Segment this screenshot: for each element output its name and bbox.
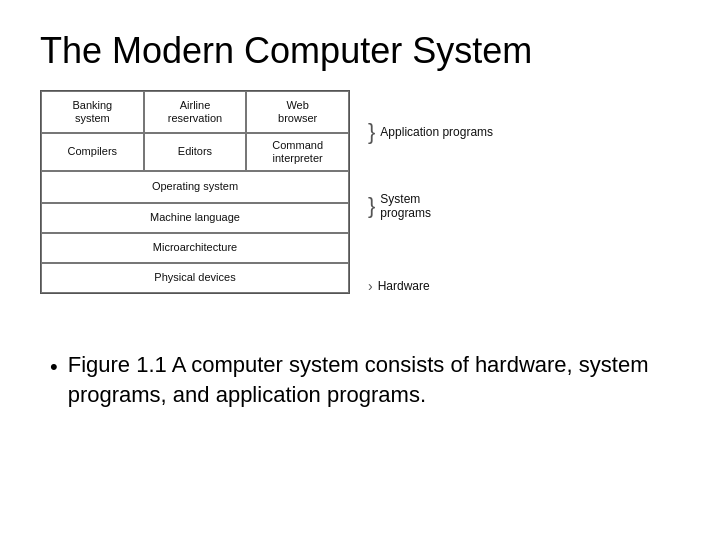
diagram-row-2: Compilers Editors Commandinterpreter bbox=[41, 133, 349, 171]
cell-os: Operating system bbox=[41, 171, 349, 203]
label-application: } Application programs bbox=[368, 92, 493, 172]
bullet-dot: • bbox=[50, 352, 58, 382]
label-hardware: › Hardware bbox=[368, 240, 493, 332]
diagram-row-6: Physical devices bbox=[41, 263, 349, 293]
bullet-content: Figure 1.1 A computer system consists of… bbox=[68, 350, 680, 409]
label-system: } Systemprograms bbox=[368, 172, 493, 240]
label-system-text: Systemprograms bbox=[380, 192, 431, 221]
diagram-row-3: Operating system bbox=[41, 171, 349, 203]
page-title: The Modern Computer System bbox=[40, 30, 680, 72]
cell-compilers: Compilers bbox=[41, 133, 144, 171]
cell-web-browser: Webbrowser bbox=[246, 91, 349, 133]
diagram-row-5: Microarchitecture bbox=[41, 233, 349, 263]
bracket-system: } bbox=[368, 195, 375, 217]
cell-airline: Airlinereservation bbox=[144, 91, 247, 133]
bullet-item: • Figure 1.1 A computer system consists … bbox=[50, 350, 680, 409]
label-hardware-text: Hardware bbox=[378, 279, 430, 293]
cell-machine-language: Machine language bbox=[41, 203, 349, 233]
diagram-row-4: Machine language bbox=[41, 203, 349, 233]
diagram-row-1: Bankingsystem Airlinereservation Webbrow… bbox=[41, 91, 349, 133]
cell-banking: Bankingsystem bbox=[41, 91, 144, 133]
cell-editors: Editors bbox=[144, 133, 247, 171]
labels-area: } Application programs } Systemprograms … bbox=[368, 90, 493, 332]
bracket-application: } bbox=[368, 121, 375, 143]
diagram: Bankingsystem Airlinereservation Webbrow… bbox=[40, 90, 350, 294]
cell-command-interpreter: Commandinterpreter bbox=[246, 133, 349, 171]
cell-physical-devices: Physical devices bbox=[41, 263, 349, 293]
chevron-hardware: › bbox=[368, 278, 373, 294]
content-area: Bankingsystem Airlinereservation Webbrow… bbox=[40, 90, 680, 332]
cell-microarchitecture: Microarchitecture bbox=[41, 233, 349, 263]
label-application-text: Application programs bbox=[380, 125, 493, 139]
bullet-section: • Figure 1.1 A computer system consists … bbox=[40, 350, 680, 409]
